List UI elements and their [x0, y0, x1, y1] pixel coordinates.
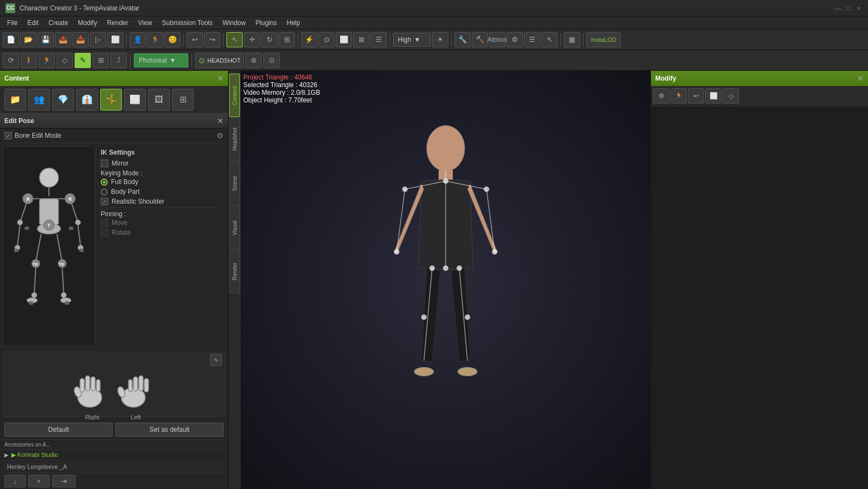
cursor-btn[interactable]: ↖	[541, 32, 558, 47]
content-accessories-btn[interactable]: 💎	[52, 89, 74, 111]
content-gallery-btn[interactable]: 🖼	[148, 89, 170, 111]
svg-text:R: R	[69, 197, 72, 202]
save-btn[interactable]: 💾	[38, 32, 54, 47]
tab-visual[interactable]: Visual	[229, 206, 240, 249]
title-left: CC Character Creator 3 - TempAvatar.iAva…	[5, 3, 139, 13]
new-file-btn[interactable]: 📄	[3, 32, 19, 47]
menu-plugins[interactable]: Plugins	[251, 18, 281, 28]
face-btn[interactable]: 😊	[164, 32, 181, 47]
viewport[interactable]: Project Triangle : 40646 Selected Triang…	[241, 71, 650, 489]
maximize-button[interactable]: □	[845, 4, 852, 12]
svg-point-64	[492, 249, 497, 255]
instal-od-btn[interactable]: InstaLOD	[586, 32, 621, 47]
content-folder-btn[interactable]: 📁	[4, 89, 26, 111]
bone-edit-checkbox-box[interactable]	[4, 132, 12, 139]
full-body-label: Full Body	[111, 178, 138, 186]
modify-tab-1[interactable]: ⚙	[653, 88, 669, 103]
default-btn[interactable]: Default	[4, 423, 113, 437]
video-memory-label: Video Memory :	[243, 89, 291, 96]
content-scene-btn[interactable]: ⬜	[124, 89, 146, 111]
content-people-btn[interactable]: 👥	[28, 89, 50, 111]
settings-btn[interactable]: ☰	[524, 32, 540, 47]
tool1-btn[interactable]: 🔧	[454, 32, 471, 47]
transform-btn[interactable]: ⊞	[93, 53, 109, 68]
conform-btn[interactable]: ⤴	[110, 53, 127, 68]
photoreal-dropdown-arrow: ▼	[169, 57, 176, 64]
bone-settings-btn[interactable]: ⚙	[217, 131, 224, 140]
menu-render[interactable]: Render	[102, 18, 132, 28]
motion-btn[interactable]: 🏃	[147, 32, 163, 47]
mirror-checkbox[interactable]	[101, 160, 108, 167]
content-extra-btn[interactable]: ⊞	[172, 89, 194, 111]
rotate-mode-btn[interactable]: ⟳	[3, 53, 19, 68]
menu-window[interactable]: Window	[218, 18, 250, 28]
menu-create[interactable]: Create	[44, 18, 72, 28]
full-body-row[interactable]: Full Body	[101, 178, 223, 186]
add-btn[interactable]: +	[28, 475, 50, 487]
headshot-settings-btn[interactable]: ⊛	[245, 53, 262, 68]
menu-edit[interactable]: Edit	[23, 18, 43, 28]
tab-headshot[interactable]: Headshot	[229, 118, 240, 161]
modify-tab-4[interactable]: ⬜	[705, 88, 722, 103]
content-close-btn[interactable]: ✕	[217, 74, 224, 83]
move-btn[interactable]: ✛	[244, 32, 260, 47]
modify-tab-5[interactable]: ◇	[723, 88, 739, 103]
modify-close-btn[interactable]: ✕	[857, 74, 864, 83]
project-triangle-value: 40646	[294, 74, 312, 81]
headshot-extra-btn[interactable]: ⊙	[263, 53, 280, 68]
select-btn[interactable]: ↖	[226, 32, 243, 47]
tab-content[interactable]: Content	[229, 74, 240, 117]
close-button[interactable]: ×	[855, 4, 863, 12]
scale-btn[interactable]: ⊞	[279, 32, 295, 47]
menu-help[interactable]: Help	[282, 18, 305, 28]
rotate-btn[interactable]: ↻	[261, 32, 278, 47]
hands-edit-btn[interactable]: ✎	[210, 354, 222, 366]
modify-tab-3[interactable]: ↩	[688, 88, 704, 103]
studio-label[interactable]: ▶ Kohlrabi Studio	[11, 451, 58, 459]
menu-file[interactable]: File	[3, 18, 22, 28]
tab-scene[interactable]: Scene	[229, 162, 240, 205]
screenshot-btn[interactable]: ⬜	[107, 32, 124, 47]
content-clothing-btn[interactable]: 👔	[76, 89, 98, 111]
grid-btn[interactable]: ▦	[564, 32, 580, 47]
tool3-btn[interactable]: ⚙	[507, 32, 523, 47]
modify-tab-2[interactable]: 🏃	[670, 88, 687, 103]
bone-btn[interactable]: ⚡	[301, 32, 317, 47]
body-part-radio[interactable]	[101, 188, 108, 195]
tab-render[interactable]: Render	[229, 250, 240, 294]
mesh-btn[interactable]: ⊙	[318, 32, 335, 47]
menu-modify[interactable]: Modify	[73, 18, 101, 28]
walk-btn[interactable]: 🚶	[21, 53, 37, 68]
body-part-row[interactable]: Body Part	[101, 188, 223, 195]
atmos-btn[interactable]: Atmos	[489, 32, 506, 47]
menu-view[interactable]: View	[134, 18, 157, 28]
menu-submission-tools[interactable]: Submission Tools	[158, 18, 217, 28]
open-file-btn[interactable]: 📂	[20, 32, 36, 47]
quality-dropdown[interactable]: High ▼	[393, 33, 431, 47]
merge-btn[interactable]: ⇥	[52, 475, 76, 487]
realistic-shoulder-checkbox[interactable]	[101, 198, 108, 205]
redo-btn[interactable]: ↪	[204, 32, 220, 47]
morph-btn[interactable]: ◇	[57, 53, 73, 68]
character-btn[interactable]: 👤	[130, 32, 146, 47]
download-btn[interactable]: ↓	[4, 475, 26, 487]
set-as-default-btn[interactable]: Set as default	[115, 423, 224, 437]
undo-btn[interactable]: ↩	[187, 32, 203, 47]
edit-btn[interactable]: ✎	[75, 53, 91, 68]
render-preview-btn[interactable]: ▷	[90, 32, 106, 47]
lighting-btn[interactable]: ☀	[432, 32, 448, 47]
full-body-radio[interactable]	[101, 179, 108, 186]
import-btn[interactable]: 📥	[72, 32, 89, 47]
export-btn[interactable]: 📤	[55, 32, 71, 47]
align-btn[interactable]: ☰	[371, 32, 387, 47]
minimize-button[interactable]: —	[834, 4, 842, 12]
headshot-btn[interactable]: ⊙ HEADSHOT	[195, 53, 244, 68]
edit-pose-close[interactable]: ✕	[217, 117, 224, 125]
snap-btn[interactable]: ⊠	[353, 32, 370, 47]
scene-btn[interactable]: ⬜	[336, 32, 352, 47]
bone-edit-mode-checkbox[interactable]: Bone Edit Mode	[4, 132, 61, 139]
tool2-btn[interactable]: 🔨	[472, 32, 488, 47]
pose-mode-btn[interactable]: 🏃	[39, 53, 55, 68]
photoreal-dropdown[interactable]: Photoreal ▼	[134, 53, 188, 68]
content-pose-btn[interactable]: 🤸	[100, 89, 122, 111]
